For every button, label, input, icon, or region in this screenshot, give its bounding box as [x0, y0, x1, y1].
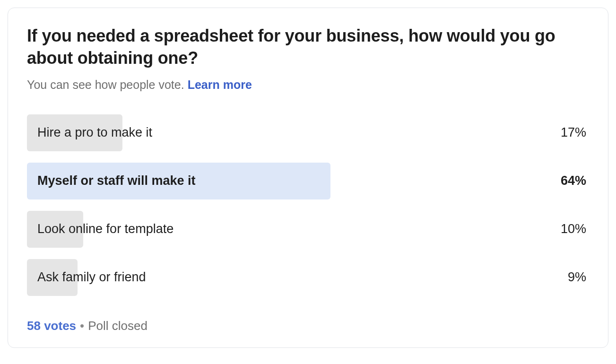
poll-option-percent: 10%: [561, 222, 589, 236]
poll-option-percent: 9%: [568, 270, 589, 285]
poll-option-label: Hire a pro to make it: [27, 125, 561, 140]
poll-option[interactable]: Hire a pro to make it17%: [27, 114, 589, 151]
poll-card: If you needed a spreadsheet for your bus…: [8, 8, 608, 348]
poll-status: Poll closed: [88, 319, 147, 333]
poll-footer: 58 votes•Poll closed: [27, 319, 589, 333]
poll-options: Hire a pro to make it17%Myself or staff …: [27, 114, 589, 296]
votes-count[interactable]: 58 votes: [27, 319, 76, 333]
poll-option[interactable]: Ask family or friend9%: [27, 259, 589, 296]
poll-option-label: Ask family or friend: [27, 270, 568, 285]
learn-more-link[interactable]: Learn more: [188, 78, 252, 91]
poll-option[interactable]: Look online for template10%: [27, 211, 589, 248]
poll-option-label: Myself or staff will make it: [27, 173, 561, 188]
subtitle-text: You can see how people vote.: [27, 78, 188, 91]
poll-option-percent: 64%: [561, 173, 589, 188]
poll-option-label: Look online for template: [27, 222, 561, 236]
poll-option-percent: 17%: [561, 125, 589, 140]
poll-option[interactable]: Myself or staff will make it64%: [27, 163, 589, 199]
footer-separator: •: [80, 319, 84, 333]
poll-subtitle: You can see how people vote. Learn more: [27, 78, 589, 92]
poll-question: If you needed a spreadsheet for your bus…: [27, 25, 589, 69]
